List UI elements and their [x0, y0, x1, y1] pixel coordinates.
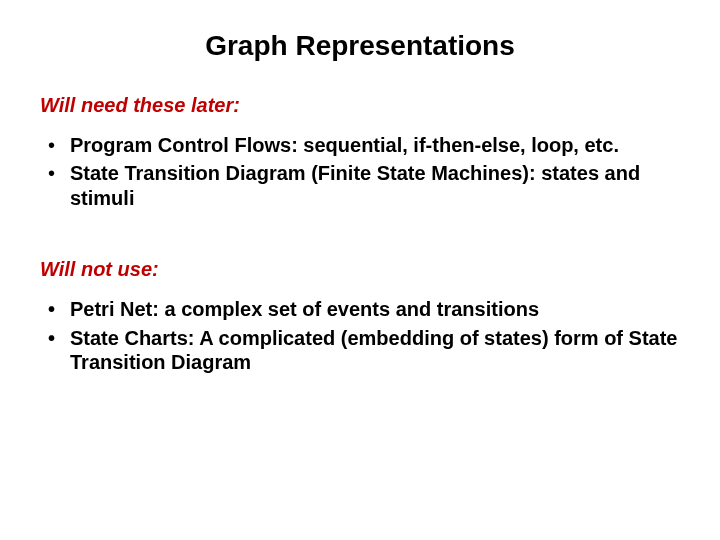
- bullet-bold: State Transition Diagram: [70, 162, 311, 184]
- bullet-rest: : sequential, if-then-else, loop, etc.: [291, 134, 619, 156]
- bullet-bold: Program Control Flows: [70, 134, 291, 156]
- list-item: State Transition Diagram (Finite State M…: [46, 161, 680, 210]
- bullet-list-need: Program Control Flows: sequential, if-th…: [40, 133, 680, 210]
- slide-title: Graph Representations: [40, 30, 680, 62]
- section-label-need: Will need these later:: [40, 94, 680, 117]
- slide: Graph Representations Will need these la…: [0, 0, 720, 540]
- bullet-list-notuse: Petri Net: a complex set of events and t…: [40, 297, 680, 374]
- list-item: Petri Net: a complex set of events and t…: [46, 297, 680, 321]
- list-item: State Charts: A complicated (embedding o…: [46, 326, 680, 375]
- section-label-notuse-text: Will not use:: [40, 258, 159, 280]
- list-item: Program Control Flows: sequential, if-th…: [46, 133, 680, 157]
- section-label-need-text: Will need these later:: [40, 94, 240, 116]
- section-label-notuse: Will not use:: [40, 258, 680, 281]
